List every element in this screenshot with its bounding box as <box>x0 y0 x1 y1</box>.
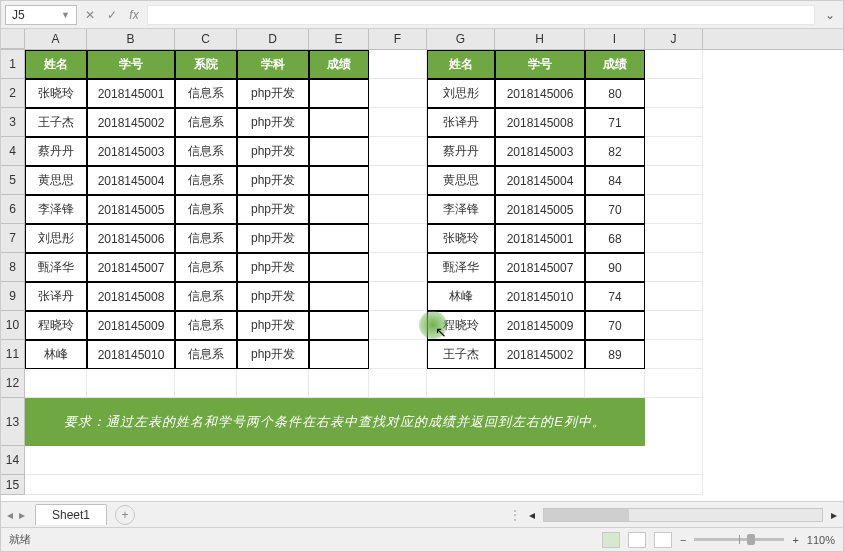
cell[interactable]: 信息系 <box>175 224 237 253</box>
cell[interactable]: 系院 <box>175 50 237 79</box>
cell[interactable] <box>369 195 427 224</box>
col-header[interactable]: D <box>237 29 309 49</box>
cell[interactable]: 信息系 <box>175 108 237 137</box>
row-header[interactable]: 2 <box>1 79 25 108</box>
cell[interactable]: 学科 <box>237 50 309 79</box>
cell[interactable] <box>25 446 703 475</box>
row-header[interactable]: 6 <box>1 195 25 224</box>
col-header[interactable]: F <box>369 29 427 49</box>
cell[interactable]: 2018145001 <box>495 224 585 253</box>
cell[interactable]: 蔡丹丹 <box>427 137 495 166</box>
cell[interactable] <box>585 369 645 398</box>
cell[interactable]: 2018145005 <box>87 195 175 224</box>
hscroll-right-icon[interactable]: ▸ <box>831 508 837 522</box>
row-header[interactable]: 13 <box>1 398 25 446</box>
cell[interactable] <box>369 166 427 195</box>
cell[interactable] <box>369 369 427 398</box>
cell[interactable]: php开发 <box>237 253 309 282</box>
cell[interactable]: 信息系 <box>175 137 237 166</box>
cell[interactable]: php开发 <box>237 311 309 340</box>
cell[interactable] <box>175 369 237 398</box>
cell[interactable]: 2018145007 <box>87 253 175 282</box>
cell[interactable]: 甄泽华 <box>427 253 495 282</box>
cell[interactable]: 张晓玲 <box>25 79 87 108</box>
cell[interactable]: 学号 <box>495 50 585 79</box>
cell[interactable]: php开发 <box>237 224 309 253</box>
col-header[interactable]: H <box>495 29 585 49</box>
cell[interactable]: 刘思彤 <box>25 224 87 253</box>
grid-area[interactable]: A B C D E F G H I J 1 姓名 学号 系院 学科 成绩 姓名 <box>1 29 843 501</box>
row-header[interactable]: 11 <box>1 340 25 369</box>
cell[interactable] <box>645 369 703 398</box>
cell[interactable]: 张晓玲 <box>427 224 495 253</box>
cell[interactable] <box>369 79 427 108</box>
cell[interactable] <box>645 311 703 340</box>
cell[interactable]: 68 <box>585 224 645 253</box>
row-header[interactable]: 8 <box>1 253 25 282</box>
cell[interactable] <box>309 369 369 398</box>
cell[interactable]: 70 <box>585 311 645 340</box>
cell[interactable]: 林峰 <box>427 282 495 311</box>
row-header[interactable]: 1 <box>1 50 25 79</box>
cell[interactable]: 成绩 <box>309 50 369 79</box>
cell[interactable] <box>427 369 495 398</box>
sheet-tab[interactable]: Sheet1 <box>35 504 107 525</box>
cell[interactable] <box>645 224 703 253</box>
cell[interactable]: 林峰 <box>25 340 87 369</box>
cell[interactable]: 王子杰 <box>25 108 87 137</box>
row-header[interactable]: 3 <box>1 108 25 137</box>
cell[interactable] <box>645 340 703 369</box>
cell[interactable]: 80 <box>585 79 645 108</box>
cell[interactable]: 74 <box>585 282 645 311</box>
requirement-note[interactable]: 要求：通过左表的姓名和学号两个条件在右表中查找对应的成绩并返回到左右的E列中。 <box>25 398 645 446</box>
cell[interactable] <box>645 282 703 311</box>
cell[interactable]: 成绩 <box>585 50 645 79</box>
cell[interactable] <box>369 108 427 137</box>
row-header[interactable]: 5 <box>1 166 25 195</box>
view-page-break-button[interactable] <box>654 532 672 548</box>
cell[interactable]: 90 <box>585 253 645 282</box>
cell[interactable]: 2018145003 <box>87 137 175 166</box>
cell[interactable]: php开发 <box>237 79 309 108</box>
cell[interactable] <box>369 137 427 166</box>
horizontal-scrollbar[interactable] <box>543 508 823 522</box>
cell[interactable]: 甄泽华 <box>25 253 87 282</box>
cell[interactable]: php开发 <box>237 340 309 369</box>
cell[interactable] <box>369 224 427 253</box>
col-header[interactable]: A <box>25 29 87 49</box>
row-header[interactable]: 10 <box>1 311 25 340</box>
cell[interactable] <box>87 369 175 398</box>
cell[interactable]: 信息系 <box>175 282 237 311</box>
cell[interactable]: php开发 <box>237 195 309 224</box>
row-header[interactable]: 7 <box>1 224 25 253</box>
cell[interactable]: 程晓玲 <box>25 311 87 340</box>
cell[interactable] <box>369 282 427 311</box>
cell[interactable] <box>645 137 703 166</box>
cell[interactable]: 李泽锋 <box>25 195 87 224</box>
cell[interactable]: php开发 <box>237 166 309 195</box>
cell[interactable]: 黄思思 <box>25 166 87 195</box>
cell[interactable]: 学号 <box>87 50 175 79</box>
row-header[interactable]: 12 <box>1 369 25 398</box>
zoom-slider[interactable] <box>694 538 784 541</box>
cell[interactable]: 姓名 <box>427 50 495 79</box>
cell[interactable] <box>645 253 703 282</box>
cell[interactable] <box>495 369 585 398</box>
cell[interactable] <box>309 79 369 108</box>
cell[interactable] <box>369 311 427 340</box>
row-header[interactable]: 15 <box>1 475 25 495</box>
cell[interactable]: 黄思思 <box>427 166 495 195</box>
name-box[interactable]: J5 ▼ <box>5 5 77 25</box>
col-header[interactable]: J <box>645 29 703 49</box>
cell[interactable]: 李泽锋 <box>427 195 495 224</box>
add-sheet-button[interactable]: + <box>115 505 135 525</box>
view-page-layout-button[interactable] <box>628 532 646 548</box>
cell[interactable]: 王子杰 <box>427 340 495 369</box>
cell[interactable]: 刘思彤 <box>427 79 495 108</box>
formula-expand-icon[interactable]: ⌄ <box>821 8 839 22</box>
zoom-in-button[interactable]: + <box>792 534 798 546</box>
slider-knob[interactable] <box>747 534 755 545</box>
cell[interactable] <box>645 398 703 446</box>
col-header[interactable]: E <box>309 29 369 49</box>
col-header[interactable]: I <box>585 29 645 49</box>
